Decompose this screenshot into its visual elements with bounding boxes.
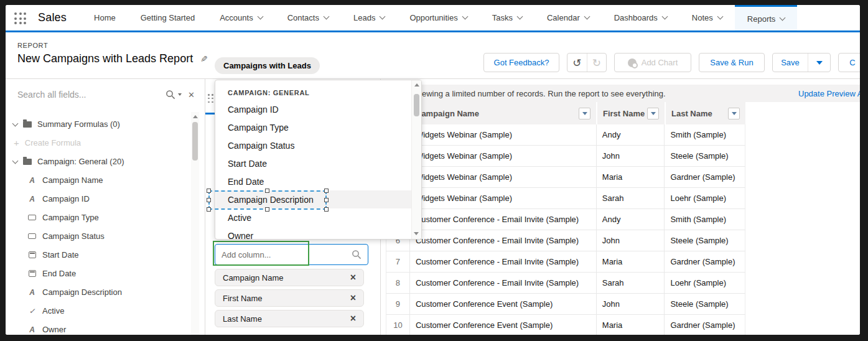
field-select-dropdown: CAMPAIGN: GENERAL Campaign ID Campaign T… (215, 80, 422, 240)
chevron-down-icon (462, 14, 468, 20)
save-split-button: Save (772, 53, 831, 72)
field-item[interactable]: Campaign Description (6, 283, 190, 301)
field-item[interactable]: Start Date (6, 245, 190, 264)
filter-button[interactable] (728, 108, 740, 119)
add-column-input[interactable] (222, 250, 352, 259)
column-header-first-name[interactable]: First Name (596, 102, 665, 124)
field-item[interactable]: Owner (6, 320, 190, 335)
remove-column-icon[interactable] (350, 272, 356, 283)
nav-tab-tasks[interactable]: Tasks (480, 5, 534, 30)
nav-tab-accounts[interactable]: Accounts (207, 5, 274, 30)
add-column-field (215, 244, 368, 265)
remove-column-icon[interactable] (350, 292, 356, 304)
dropdown-item[interactable]: Campaign Status (216, 136, 412, 154)
chevron-down-icon (717, 14, 723, 20)
remove-column-icon[interactable] (350, 313, 356, 324)
got-feedback-button[interactable]: Got Feedback? (483, 53, 559, 72)
chevron-down-icon (380, 14, 386, 20)
column-header-campaign-name[interactable]: Campaign Name (409, 102, 596, 124)
save-and-run-button[interactable]: Save & Run (699, 53, 765, 72)
close-button[interactable]: C (838, 53, 860, 72)
dropdown-item[interactable]: Active (216, 208, 412, 227)
column-header-last-name[interactable]: Last Name (665, 102, 745, 124)
group-summary-formulas[interactable]: Summary Formulas (0) (6, 114, 190, 133)
preview-notice-text: You're viewing a limited number of recor… (391, 89, 666, 98)
text-field-icon (27, 287, 37, 297)
scroll-down-icon[interactable] (414, 232, 419, 235)
nav-tab-calendar[interactable]: Calendar (534, 5, 602, 30)
nav-tab-getting-started[interactable]: Getting Started (128, 5, 207, 30)
edit-title-icon[interactable] (200, 54, 208, 65)
app-launcher-icon[interactable] (14, 12, 27, 25)
nav-tab-home[interactable]: Home (82, 5, 128, 30)
table-header-row: Campaign Name First Name Last Name (386, 102, 745, 124)
dropdown-item[interactable]: Owner (216, 227, 412, 240)
search-icon (352, 250, 362, 259)
save-button[interactable]: Save (773, 54, 808, 72)
nav-tab-dashboards[interactable]: Dashboards (602, 5, 679, 30)
nav-tab-opportunities[interactable]: Opportunities (397, 5, 479, 30)
undo-button[interactable] (567, 54, 587, 72)
field-item[interactable]: Campaign Name (6, 170, 190, 189)
scroll-up-icon[interactable] (193, 115, 198, 118)
column-pill[interactable]: Campaign Name (215, 269, 364, 286)
field-item[interactable]: Campaign Status (6, 227, 190, 245)
dropdown-item[interactable]: Campaign ID (216, 100, 412, 118)
dropdown-item[interactable]: End Date (216, 172, 412, 190)
group-campaign-general[interactable]: Campaign: General (20) (6, 152, 190, 170)
app-window: Sales Home Getting Started Accounts Cont… (6, 5, 860, 335)
filter-caret-icon (651, 112, 656, 115)
nav-tab-leads[interactable]: Leads (341, 5, 397, 30)
search-options-caret-icon[interactable] (178, 93, 182, 96)
text-field-icon (27, 175, 37, 185)
dropdown-section-label: CAMPAIGN: GENERAL (228, 89, 309, 96)
dropdown-scrollbar[interactable] (411, 80, 421, 239)
picklist-field-icon (27, 214, 37, 220)
table-row: 9Customer Conference Event (Sample)JohnS… (386, 294, 745, 315)
dropdown-item[interactable]: Campaign Type (216, 118, 412, 136)
clear-search-icon[interactable] (188, 89, 195, 100)
scrollbar-thumb[interactable] (192, 122, 198, 161)
caret-down-icon (816, 61, 823, 65)
nav-tab-notes[interactable]: Notes (679, 5, 735, 30)
create-formula-item[interactable]: + Create Formula (6, 133, 190, 152)
table-row: 6Customer Conference - Email Invite (Sam… (386, 230, 745, 251)
table-row: 4Widgets Webinar (Sample)SarahLoehr (Sam… (386, 188, 745, 209)
chevron-down-icon (324, 14, 330, 20)
picklist-field-icon (27, 233, 37, 239)
column-pill[interactable]: First Name (215, 289, 364, 307)
dropdown-item-highlighted[interactable]: Campaign Description (216, 190, 412, 208)
search-icon[interactable] (166, 90, 175, 100)
scroll-up-icon[interactable] (414, 83, 419, 86)
field-item[interactable]: Campaign ID (6, 189, 190, 208)
field-item[interactable]: End Date (6, 264, 190, 283)
dropdown-item[interactable]: Start Date (216, 154, 412, 172)
folder-icon (23, 121, 32, 128)
chevron-down-icon (584, 14, 590, 20)
date-field-icon (27, 251, 37, 258)
scrollbar-thumb[interactable] (414, 94, 419, 116)
chevron-down-icon (12, 157, 19, 164)
filter-button[interactable] (579, 108, 590, 119)
update-preview-link[interactable]: Update Preview Automatically (798, 89, 860, 98)
chevron-down-icon (257, 14, 263, 20)
undo-icon (572, 57, 581, 69)
outline-tab-icon[interactable] (208, 94, 214, 103)
fields-tree: Summary Formulas (0) + Create Formula Ca… (6, 114, 190, 335)
report-title: New Campaigns with Leads Report (17, 52, 193, 65)
filter-button[interactable] (647, 108, 659, 119)
nav-tab-contacts[interactable]: Contacts (275, 5, 341, 30)
text-field-icon (27, 325, 37, 334)
report-type-badge: Campaigns with Leads (215, 57, 320, 74)
field-item[interactable]: Campaign Type (6, 208, 190, 227)
field-item[interactable]: Active (6, 301, 190, 320)
table-row: 2Widgets Webinar (Sample)JohnSteele (Sam… (386, 146, 745, 167)
fields-search-row (17, 85, 195, 104)
search-fields-input[interactable] (17, 90, 159, 100)
redo-button[interactable] (587, 54, 607, 72)
nav-tab-reports[interactable]: Reports (735, 5, 798, 30)
column-pill[interactable]: Last Name (215, 310, 364, 327)
save-menu-button[interactable] (808, 54, 830, 72)
add-chart-button[interactable]: Add Chart (614, 53, 691, 72)
fields-scrollbar[interactable] (191, 112, 199, 335)
